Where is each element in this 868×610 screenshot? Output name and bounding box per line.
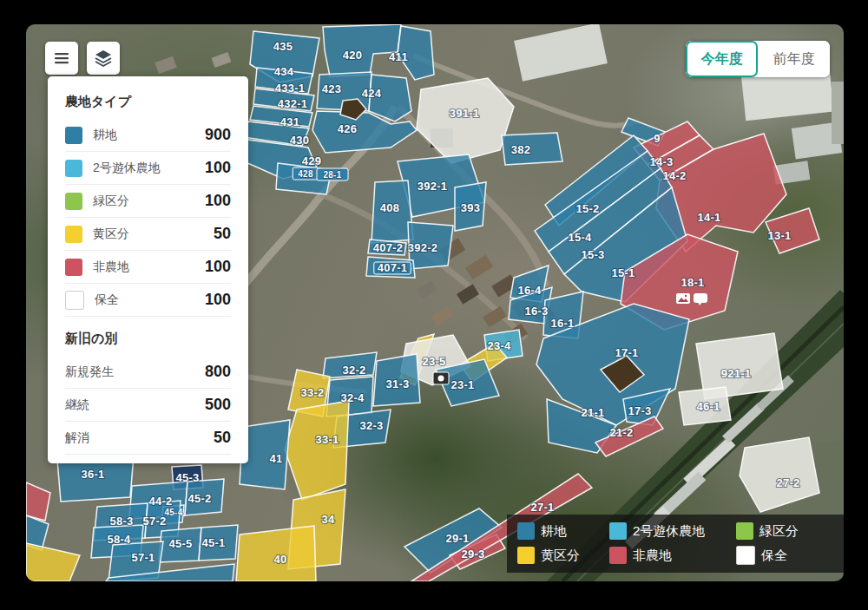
stat-row-shinki[interactable]: 新規発生 800	[65, 356, 231, 389]
parcel-label-45-5: 45-5	[168, 537, 192, 550]
parcel-label-57-2: 57-2	[142, 515, 166, 528]
layers-button[interactable]	[87, 42, 120, 75]
parcel-label-27-2: 27-2	[776, 476, 799, 489]
parcel-33-1[interactable]	[285, 401, 349, 500]
parcel-label-44-2: 44-2	[148, 495, 172, 508]
map-legend-label: 緑区分	[760, 523, 799, 540]
parcel-27-2[interactable]	[740, 437, 819, 512]
parcel-label-14-3: 14-3	[649, 155, 673, 168]
legend-value: 900	[205, 126, 231, 144]
stat-value: 50	[214, 429, 231, 447]
parcel-label-33-2: 33-2	[300, 386, 324, 399]
kouchi-swatch	[65, 127, 82, 144]
parcel-label-14-1: 14-1	[697, 211, 720, 224]
map-legend-chip: 2号遊休農地	[609, 522, 736, 540]
legend-row-midori[interactable]: 緑区分 100	[65, 185, 231, 218]
legend-value: 100	[205, 291, 231, 309]
parcel-label-58-4: 58-4	[107, 533, 131, 546]
parcel-label-15-2: 15-2	[575, 202, 599, 215]
legend-label: 耕地	[93, 128, 205, 143]
parcel-label-407-2: 407-2	[373, 241, 404, 254]
parcel-label-23-4: 23-4	[487, 339, 511, 352]
parcel-label-408: 408	[380, 201, 400, 214]
stat-row-keizoku[interactable]: 継続 500	[65, 389, 231, 422]
hinouchi-swatch	[609, 547, 627, 564]
parcel-label-407-1: 407-1	[378, 261, 408, 274]
legend-label: 保全	[95, 292, 205, 308]
parcel-label-34: 34	[321, 513, 335, 526]
parcel-label-429: 429	[302, 154, 322, 167]
parcel-label-29-3: 29-3	[461, 548, 484, 561]
parcel-label-36-1: 36-1	[81, 468, 104, 481]
map-legend-chip: 耕地	[517, 522, 609, 540]
stat-label: 継続	[65, 397, 205, 413]
legend-value: 100	[205, 258, 231, 276]
year-toggle: 今年度 前年度	[686, 41, 830, 77]
parcel-391-1[interactable]	[417, 78, 514, 163]
stat-label: 解消	[65, 430, 214, 446]
ki-swatch	[65, 226, 82, 243]
camera-icon	[433, 372, 449, 384]
parcel-label-23-5: 23-5	[422, 355, 445, 368]
parcel-label-382: 382	[511, 143, 531, 156]
parcel-label-28-1: 28-1	[323, 170, 341, 180]
parcel-label-17-1: 17-1	[615, 346, 638, 359]
legend-label: 緑区分	[93, 193, 205, 209]
parcel-label-15-4: 15-4	[568, 231, 592, 244]
parcel-label-32-3: 32-3	[359, 419, 383, 432]
parcel-label-27-1: 27-1	[530, 501, 554, 514]
hozen-swatch	[65, 291, 84, 310]
legend-row-hinouchi[interactable]: 非農地 100	[65, 251, 231, 284]
parcel-label-432-1: 432-1	[278, 97, 308, 110]
parcel-label-23-1: 23-1	[450, 378, 474, 391]
parcel-label-411: 411	[389, 50, 408, 63]
parcel-area[interactable]	[26, 482, 50, 521]
parcel-label-9: 9	[654, 132, 661, 145]
stat-value: 500	[205, 396, 231, 414]
parcel-label-18-1: 18-1	[681, 276, 704, 289]
legend-label: 黄区分	[93, 226, 214, 242]
parcel-label-15-3: 15-3	[581, 248, 604, 261]
previous-year-button[interactable]: 前年度	[758, 41, 830, 77]
map-legend-chip: 保全	[736, 546, 833, 565]
parcel-label-393: 393	[461, 201, 481, 214]
yuukyuu-swatch	[609, 522, 627, 540]
parcel-label-433-1: 433-1	[275, 82, 306, 95]
parcel-label-392-2: 392-2	[408, 241, 438, 254]
parcel-label-32-4: 32-4	[340, 391, 365, 404]
menu-icon	[52, 49, 71, 68]
midori-swatch	[736, 522, 753, 540]
parcel-label-434: 434	[274, 65, 294, 78]
legend-row-ki[interactable]: 黄区分 50	[65, 218, 231, 251]
parcel-label-424: 424	[362, 87, 382, 100]
map-legend-label: 非農地	[633, 548, 672, 564]
parcel-label-14-2: 14-2	[662, 169, 686, 182]
parcel-label-16-4: 16-4	[517, 284, 542, 297]
parcel-label-41: 41	[269, 452, 282, 465]
legend-value: 100	[205, 192, 231, 210]
map-legend-label: 耕地	[541, 523, 567, 540]
parcel-label-428: 428	[298, 169, 313, 179]
ki-swatch	[517, 547, 535, 564]
legend-row-hozen[interactable]: 保全 100	[65, 284, 231, 317]
parcel-area[interactable]	[26, 543, 80, 581]
midori-swatch	[65, 193, 82, 210]
parcel-label-21-1: 21-1	[581, 406, 604, 419]
parcel-label-435: 435	[273, 40, 293, 53]
satellite-map[interactable]: 435434433-1432-143143042942828-142041142…	[26, 24, 844, 581]
stat-value: 800	[205, 363, 231, 381]
parcel-label-921-1: 921-1	[721, 367, 752, 380]
menu-button[interactable]	[45, 42, 78, 75]
parcel-label-430: 430	[290, 134, 310, 147]
map-legend-chip: 緑区分	[736, 522, 833, 540]
map-legend: 耕地 2号遊休農地 緑区分 黄区分 非農地 保全	[507, 515, 844, 573]
stat-row-kaishou[interactable]: 解消 50	[65, 422, 231, 455]
parcel-label-420: 420	[343, 49, 363, 62]
legend-row-yuukyuu[interactable]: 2号遊休農地 100	[65, 152, 231, 185]
legend-row-kouchi[interactable]: 耕地 900	[65, 119, 231, 152]
parcel-label-40: 40	[273, 553, 286, 566]
current-year-button[interactable]: 今年度	[686, 41, 758, 77]
parcel-label-15-1: 15-1	[611, 266, 635, 279]
map-legend-chip: 黄区分	[517, 546, 609, 565]
kouchi-swatch	[517, 522, 535, 540]
